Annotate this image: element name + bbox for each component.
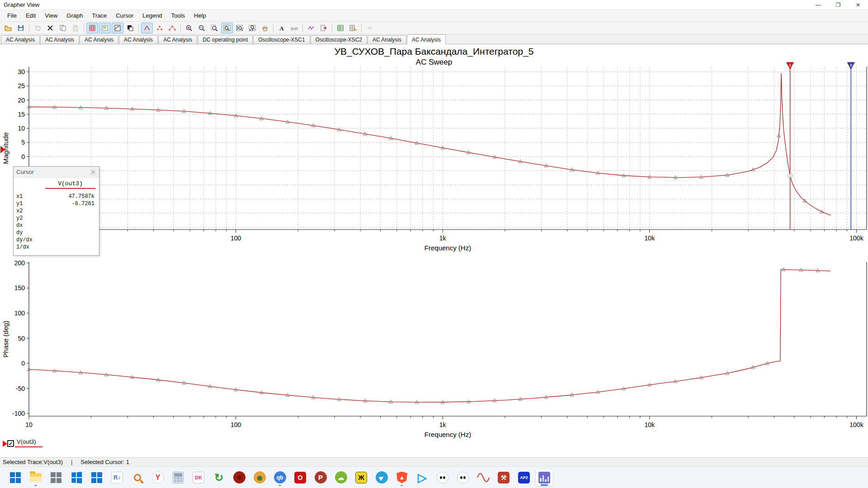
overlay-traces-button[interactable] <box>305 23 317 33</box>
tab-5-dc-operating-point[interactable]: DC operating point <box>198 35 253 44</box>
export-graph-button[interactable] <box>318 23 330 33</box>
toolbar-separator <box>273 23 274 33</box>
sync-app-icon[interactable]: ↻ <box>210 469 228 487</box>
trace-V(out3)[interactable] <box>29 269 830 402</box>
tab-7-oscilloscope-xsc2[interactable]: Oscilloscope-XSC2 <box>311 35 367 44</box>
maximize-button[interactable]: ❐ <box>828 0 848 10</box>
brave-browser-icon[interactable]: ▲ <box>393 469 411 487</box>
trace-V(out3)[interactable] <box>29 73 830 216</box>
trace-line-button[interactable] <box>141 23 153 33</box>
search-everything-icon[interactable] <box>128 469 146 487</box>
magnitude-plot: 302520151050-5-10-15-20-25101001k10k100k… <box>2 62 867 252</box>
invert-colors-button[interactable] <box>124 23 136 33</box>
copy-icon <box>59 24 66 32</box>
page-setup-button[interactable] <box>364 23 376 33</box>
add-text-button[interactable]: A <box>276 23 288 33</box>
menu-bar: FileEditViewGraphTraceCursorLegendToolsH… <box>0 10 868 22</box>
tab-1-ac-analysis[interactable]: AC Analysis <box>40 35 79 44</box>
open-button[interactable] <box>2 23 14 33</box>
cursor-values-table: x147.7587ky1-6.7261x2y2dxdydy/dx1/dx <box>14 193 99 251</box>
copy-button[interactable] <box>57 23 69 33</box>
windows-app-gray-icon[interactable] <box>47 469 65 487</box>
signal-app-icon[interactable] <box>474 469 492 487</box>
menu-trace[interactable]: Trace <box>87 10 111 21</box>
psiphon-icon[interactable]: P <box>311 469 330 487</box>
trace-visibility-checkbox[interactable]: ✓ <box>7 440 14 447</box>
pan-icon <box>261 24 269 32</box>
cursor-panel-titlebar[interactable]: Cursor ✕ <box>14 167 99 178</box>
ap2-app-icon[interactable]: AP2 <box>515 469 533 487</box>
menu-view[interactable]: View <box>40 10 62 21</box>
export-table-button[interactable] <box>347 23 359 33</box>
close-button[interactable]: ✕ <box>848 0 868 10</box>
qbittorrent-icon[interactable]: qb <box>271 469 289 487</box>
save-button[interactable] <box>15 23 27 33</box>
cloud-app-icon[interactable]: ☁ <box>332 469 350 487</box>
pan-button[interactable] <box>259 23 271 33</box>
show-coordinates-button[interactable]: (x,y) <box>288 23 300 33</box>
cursor-panel[interactable]: Cursor ✕ V(out3) x147.7587ky1-6.7261x2y2… <box>13 166 99 256</box>
eye-app-icon[interactable]: ◉ <box>250 469 269 487</box>
cursor-panel-close-icon[interactable]: ✕ <box>90 169 96 175</box>
graph-properties-button[interactable] <box>112 23 123 33</box>
foobar2000-1-icon[interactable] <box>434 469 452 487</box>
tab-9-ac-analysis[interactable]: AC Analysis <box>407 34 446 44</box>
telegram-icon[interactable]: ▶ <box>373 469 391 487</box>
zoom-fit-button[interactable] <box>221 23 233 33</box>
toggle-grid-button[interactable] <box>86 23 98 33</box>
zoom-area-button[interactable] <box>208 23 220 33</box>
taskbar-items: R♪YDK↻✱◉qbOP☁Ж▶▲▷⚒AP2 <box>0 469 556 487</box>
tab-0-ac-analysis[interactable]: AC Analysis <box>1 35 40 44</box>
paste-button[interactable] <box>70 23 81 33</box>
y-tick-label: 50 <box>18 335 25 342</box>
menu-legend[interactable]: Legend <box>138 10 166 21</box>
zoom-horizontal-button[interactable] <box>246 23 258 33</box>
y-tick-label: 15 <box>18 111 25 118</box>
toolbar-separator <box>180 23 181 33</box>
plots-canvas[interactable]: 302520151050-5-10-15-20-25101001k10k100k… <box>0 44 868 457</box>
toggle-legend-button[interactable] <box>99 23 111 33</box>
menu-help[interactable]: Help <box>189 10 211 21</box>
zoom-in-button[interactable] <box>183 23 195 33</box>
yandex-browser-icon[interactable]: Y <box>149 469 167 487</box>
toolbox-app-icon[interactable]: ⚒ <box>495 469 513 487</box>
menu-tools[interactable]: Tools <box>167 10 189 21</box>
media-player-icon[interactable]: ▷ <box>413 469 431 487</box>
trace-line-points-button[interactable] <box>166 23 178 33</box>
y-tick-label: 0 <box>21 360 25 367</box>
excel-icon <box>337 24 344 32</box>
foobar2000-2-icon[interactable] <box>454 469 472 487</box>
cursor-row-label: x1 <box>16 193 23 201</box>
menu-graph[interactable]: Graph <box>62 10 87 21</box>
file-explorer-icon[interactable] <box>27 469 45 487</box>
dk-app-icon[interactable]: DK <box>189 469 208 487</box>
windows-app-blue-1-icon[interactable] <box>67 469 85 487</box>
lock-app-icon[interactable]: O <box>291 469 309 487</box>
menu-cursor[interactable]: Cursor <box>111 10 138 21</box>
minimize-button[interactable]: — <box>808 0 828 10</box>
tab-4-ac-analysis[interactable]: AC Analysis <box>158 35 197 44</box>
y-tick-label: 200 <box>14 259 25 267</box>
export-excel-button[interactable] <box>335 23 346 33</box>
delete-button[interactable] <box>44 23 56 33</box>
thebat-mail-icon[interactable]: Ж <box>352 469 370 487</box>
tab-6-oscilloscope-xsc1[interactable]: Oscilloscope-XSC1 <box>253 35 310 44</box>
cursor-row-x2: x2 <box>14 208 99 215</box>
calculator-icon[interactable] <box>169 469 187 487</box>
undo-button[interactable] <box>32 23 43 33</box>
menu-edit[interactable]: Edit <box>21 10 40 21</box>
r-music-app-icon[interactable]: R♪ <box>108 469 126 487</box>
start-button-icon[interactable] <box>6 469 24 487</box>
cursor-row-y2: y2 <box>14 215 99 222</box>
zoom-out-button[interactable] <box>196 23 208 33</box>
menu-file[interactable]: File <box>3 10 21 21</box>
grapher-view-app-icon[interactable] <box>535 469 553 487</box>
tab-2-ac-analysis[interactable]: AC Analysis <box>80 35 118 44</box>
trace-points-button[interactable] <box>154 23 165 33</box>
windows-app-blue-2-icon[interactable] <box>88 469 106 487</box>
trace-legend-label[interactable]: V(out3) <box>15 438 42 447</box>
zoom-vertical-button[interactable] <box>234 23 245 33</box>
tab-3-ac-analysis[interactable]: AC Analysis <box>119 35 158 44</box>
red-creature-app-icon[interactable]: ✱ <box>230 469 248 487</box>
tab-8-ac-analysis[interactable]: AC Analysis <box>368 35 406 44</box>
